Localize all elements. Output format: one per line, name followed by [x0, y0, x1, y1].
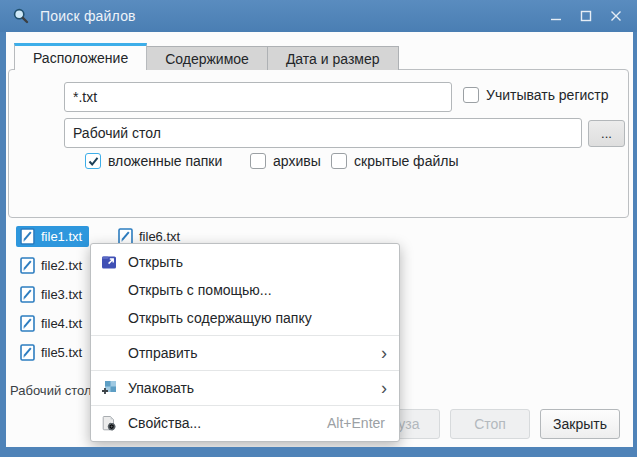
menu-item-open-containing-folder[interactable]: Открыть содержащую папку	[91, 304, 399, 332]
document-gear-icon	[101, 415, 117, 431]
minimize-button[interactable]	[541, 0, 571, 32]
browse-button[interactable]: ...	[588, 120, 625, 147]
file-name: file1.txt	[41, 229, 82, 244]
open-folder-icon	[101, 254, 117, 270]
menu-item-properties[interactable]: Свойства... Alt+Enter	[91, 409, 399, 437]
file-name: file6.txt	[139, 229, 180, 244]
checkbox-box	[85, 153, 101, 169]
text-file-icon	[20, 344, 35, 361]
text-file-icon	[20, 257, 35, 274]
name-input[interactable]	[64, 82, 452, 112]
stop-button: Стоп	[450, 409, 530, 439]
titlebar: Поиск файлов	[0, 0, 637, 32]
menu-separator	[91, 335, 399, 336]
tab-contents-label: Содержимое	[165, 51, 249, 67]
include-archives-checkbox[interactable]: архивы	[250, 153, 321, 169]
file-name: file5.txt	[41, 345, 82, 360]
maximize-button[interactable]	[571, 0, 601, 32]
menu-item-label: Открыть с помощью...	[128, 282, 399, 298]
menu-separator	[91, 405, 399, 406]
window-content: Расположение Содержимое Дата и размер Им…	[6, 32, 633, 447]
file-item[interactable]: file4.txt	[16, 313, 89, 334]
include-subfolders-label: вложенные папки	[108, 153, 222, 169]
text-file-icon	[20, 286, 35, 303]
case-sensitive-label: Учитывать регистр	[486, 87, 609, 103]
menu-item-open-with[interactable]: Открыть с помощью...	[91, 276, 399, 304]
include-subfolders-checkbox[interactable]: вложенные папки	[85, 153, 222, 169]
menu-item-label: Упаковать	[128, 380, 381, 396]
case-sensitive-checkbox[interactable]: Учитывать регистр	[463, 87, 609, 103]
close-button[interactable]	[601, 0, 631, 32]
checkbox-box	[331, 153, 347, 169]
checkbox-box	[250, 153, 266, 169]
tab-location-label: Расположение	[33, 50, 128, 66]
text-file-icon	[20, 228, 35, 245]
context-menu: Открыть Открыть с помощью... Открыть сод…	[90, 243, 400, 442]
kfind-window: Поиск файлов Расположение Содержимое Дат…	[0, 0, 637, 457]
tab-date-size-label: Дата и размер	[286, 51, 380, 67]
menu-separator	[91, 370, 399, 371]
archive-icon	[101, 380, 117, 396]
tab-contents[interactable]: Содержимое	[147, 46, 268, 70]
tab-bar: Расположение Содержимое Дата и размер	[14, 43, 399, 70]
menu-item-label: Свойства...	[128, 415, 327, 431]
file-name: file3.txt	[41, 287, 82, 302]
file-item[interactable]: file3.txt	[16, 284, 89, 305]
close-dialog-button[interactable]: Закрыть	[540, 409, 620, 439]
path-input[interactable]	[64, 118, 582, 148]
menu-item-label: Отправить	[128, 345, 381, 361]
maximize-icon	[579, 9, 593, 23]
close-icon	[609, 9, 623, 23]
file-item[interactable]: file2.txt	[16, 255, 89, 276]
chevron-right-icon: ›	[381, 379, 387, 397]
tab-date-size[interactable]: Дата и размер	[268, 46, 399, 70]
file-name: file4.txt	[41, 316, 82, 331]
tab-location[interactable]: Расположение	[14, 43, 147, 70]
text-file-icon	[20, 315, 35, 332]
include-archives-label: архивы	[273, 153, 321, 169]
search-icon	[12, 7, 30, 25]
file-item[interactable]: file5.txt	[16, 342, 89, 363]
include-hidden-checkbox[interactable]: скрытые файлы	[331, 153, 458, 169]
chevron-right-icon: ›	[381, 344, 387, 362]
status-text: Рабочий стол	[10, 383, 92, 398]
menu-item-open[interactable]: Открыть	[91, 248, 399, 276]
menu-item-shortcut: Alt+Enter	[327, 415, 385, 431]
checkbox-box	[463, 87, 479, 103]
menu-item-send-to[interactable]: Отправить ›	[91, 339, 399, 367]
menu-item-label: Открыть	[128, 254, 399, 270]
include-hidden-label: скрытые файлы	[354, 153, 458, 169]
file-name: file2.txt	[41, 258, 82, 273]
window-title: Поиск файлов	[40, 8, 541, 24]
file-item-selected[interactable]: file1.txt	[16, 226, 89, 247]
menu-item-label: Открыть содержащую папку	[128, 310, 399, 326]
menu-item-compress[interactable]: Упаковать ›	[91, 374, 399, 402]
minimize-icon	[549, 9, 563, 23]
